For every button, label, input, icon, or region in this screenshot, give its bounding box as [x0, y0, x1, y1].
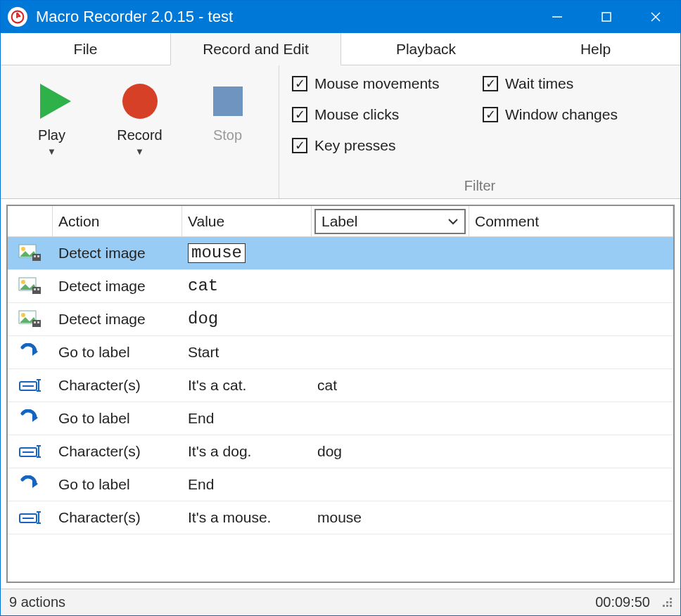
goto-icon [8, 402, 53, 435]
cell-comment [469, 270, 673, 302]
header-label[interactable]: Label [312, 206, 469, 237]
ribbon-group-controls: Play ▼ Record ▼ Stop [1, 65, 279, 198]
cell-value: Start [182, 336, 312, 368]
detect-image-icon [8, 270, 53, 302]
cell-value: It's a mouse. [182, 501, 312, 534]
cell-comment [469, 237, 673, 269]
checkbox-icon: ✓ [292, 76, 307, 91]
filter-label: Wait times [505, 75, 573, 92]
detect-image-icon [8, 237, 53, 269]
tab-help[interactable]: Help [511, 33, 680, 65]
play-icon [40, 84, 71, 119]
svg-rect-9 [37, 255, 39, 257]
table-row[interactable]: Detect imagemouse [8, 237, 673, 270]
ribbon: Play ▼ Record ▼ Stop ✓ Mouse movements ✓… [1, 65, 680, 199]
status-time: 00:09:50 [595, 594, 650, 610]
grid-container: Action Value Label Comment Detect imagem… [1, 199, 680, 589]
table-row[interactable]: Detect imagedog [8, 303, 673, 336]
resize-grip[interactable] [663, 598, 672, 607]
play-button[interactable]: Play ▼ [8, 77, 96, 157]
svg-rect-14 [37, 288, 39, 290]
svg-rect-18 [34, 321, 36, 323]
svg-rect-17 [32, 320, 41, 327]
filter-mouse-movements[interactable]: ✓ Mouse movements [292, 75, 476, 92]
characters-icon [8, 501, 53, 534]
cell-value: mouse [182, 237, 312, 269]
titlebar: Macro Recorder 2.0.15 - test [1, 1, 680, 33]
cell-action: Detect image [53, 270, 182, 302]
app-icon [8, 7, 27, 27]
filter-window-changes[interactable]: ✓ Window changes [483, 106, 666, 123]
chevron-down-icon[interactable]: ▼ [8, 146, 96, 157]
header-comment[interactable]: Comment [469, 206, 673, 237]
svg-point-6 [21, 247, 25, 251]
table-row[interactable]: Character(s)It's a cat.cat [8, 369, 673, 402]
filter-wait-times[interactable]: ✓ Wait times [483, 75, 666, 92]
filter-label: Mouse clicks [314, 106, 399, 123]
cell-action: Character(s) [53, 435, 182, 468]
status-count: 9 actions [9, 594, 65, 610]
svg-rect-8 [34, 255, 36, 257]
cell-value: End [182, 402, 312, 435]
stop-button[interactable]: Stop [184, 77, 272, 143]
filter-label: Window changes [505, 106, 618, 123]
svg-point-11 [21, 280, 25, 284]
cell-label [312, 468, 469, 501]
cell-label [312, 237, 469, 269]
table-row[interactable]: Character(s)It's a dog.dog [8, 435, 673, 468]
table-row[interactable]: Go to labelStart [8, 336, 673, 369]
record-button[interactable]: Record ▼ [96, 77, 184, 157]
table-row[interactable]: Go to labelEnd [8, 402, 673, 435]
cell-comment [469, 435, 673, 468]
table-row[interactable]: Go to labelEnd [8, 468, 673, 501]
table-row[interactable]: Detect imagecat [8, 270, 673, 303]
header-icon[interactable] [8, 206, 53, 237]
menu-tabs: File Record and Edit Playback Help [1, 33, 680, 65]
cell-comment [469, 468, 673, 501]
record-label: Record [96, 127, 184, 143]
close-button[interactable] [631, 1, 680, 33]
cell-comment [469, 402, 673, 435]
cell-action: Character(s) [53, 501, 182, 534]
cell-action: Character(s) [53, 369, 182, 402]
stop-icon [213, 86, 243, 116]
header-value[interactable]: Value [182, 206, 312, 237]
filter-mouse-clicks[interactable]: ✓ Mouse clicks [292, 106, 476, 123]
cell-label: dog [312, 435, 469, 468]
cell-value: cat [182, 270, 312, 302]
stop-label: Stop [184, 127, 272, 143]
table-row[interactable]: Character(s)It's a mouse.mouse [8, 501, 673, 534]
filter-label: Mouse movements [314, 75, 439, 92]
filter-label: Key presses [314, 137, 396, 154]
maximize-button[interactable] [582, 1, 631, 33]
record-icon [122, 84, 158, 119]
goto-icon [8, 336, 53, 368]
cell-action: Go to label [53, 402, 182, 435]
label-dropdown[interactable]: Label [314, 209, 466, 234]
cell-label [312, 336, 469, 368]
cell-comment [469, 336, 673, 368]
svg-rect-19 [37, 321, 39, 323]
minimize-button[interactable] [533, 1, 582, 33]
characters-icon [8, 435, 53, 468]
svg-rect-12 [32, 287, 41, 294]
header-action[interactable]: Action [53, 206, 182, 237]
cell-action: Detect image [53, 303, 182, 335]
tab-record-and-edit[interactable]: Record and Edit [170, 33, 341, 65]
tab-file[interactable]: File [1, 33, 170, 65]
goto-icon [8, 468, 53, 501]
grid-body[interactable]: Detect imagemouseDetect imagecatDetect i… [8, 237, 673, 582]
svg-point-16 [21, 313, 25, 317]
cell-label [312, 303, 469, 335]
filter-group-caption: Filter [279, 178, 680, 194]
filter-key-presses[interactable]: ✓ Key presses [292, 137, 476, 154]
tab-playback[interactable]: Playback [341, 33, 511, 65]
status-bar: 9 actions 00:09:50 [1, 589, 680, 615]
chevron-down-icon[interactable]: ▼ [96, 146, 184, 157]
cell-value: It's a cat. [182, 369, 312, 402]
ribbon-group-filter: ✓ Mouse movements ✓ Wait times ✓ Mouse c… [279, 65, 680, 198]
cell-value: End [182, 468, 312, 501]
cell-action: Go to label [53, 468, 182, 501]
cell-comment [469, 303, 673, 335]
cell-label: mouse [312, 501, 469, 534]
